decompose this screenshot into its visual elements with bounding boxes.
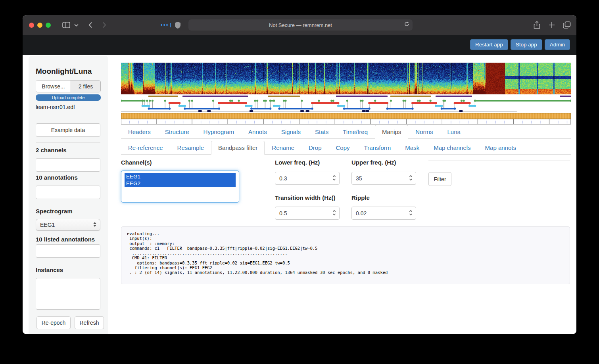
- subtab-drop[interactable]: Drop: [301, 141, 329, 155]
- app-title: Moonlight/Luna: [36, 67, 92, 76]
- tab-manips[interactable]: Manips: [375, 125, 408, 139]
- sidebar-toggle-icon[interactable]: [62, 15, 70, 35]
- minimize-window-icon[interactable]: [37, 23, 42, 28]
- number-stepper-icon[interactable]: [332, 174, 336, 182]
- subtab-transform[interactable]: Transform: [357, 141, 398, 155]
- manips-subtabbar: Re-referenceResampleBandpass filterRenam…: [121, 141, 571, 155]
- subtab-resample[interactable]: Resample: [170, 141, 211, 155]
- lower-freq-input[interactable]: 0.3: [275, 172, 340, 185]
- zoom-window-icon[interactable]: [46, 23, 51, 28]
- filter-button[interactable]: Filter: [428, 172, 451, 186]
- close-window-icon[interactable]: [29, 23, 34, 28]
- annotations-select-input[interactable]: [36, 186, 100, 199]
- subtab-mask[interactable]: Mask: [398, 141, 426, 155]
- address-bar-text: Not Secure — remnrem.net: [269, 22, 332, 28]
- annotation-bar-brown[interactable]: [390, 96, 431, 97]
- files-count-label: 2 files: [71, 80, 100, 92]
- number-stepper-icon[interactable]: [409, 174, 413, 182]
- subtab-map-annots[interactable]: Map annots: [478, 141, 523, 155]
- spectrogram-channel-select[interactable]: EEG1: [36, 219, 100, 231]
- annotation-bar-purple[interactable]: [182, 96, 248, 97]
- privacy-shield-icon[interactable]: [175, 15, 181, 35]
- file-upload-control[interactable]: Browse... 2 files: [36, 80, 101, 92]
- restart-app-button[interactable]: Restart app: [470, 39, 508, 50]
- ripple-input[interactable]: 0.02: [351, 207, 416, 220]
- page-content: Moonlight/Luna Browse... 2 files Upload …: [23, 55, 576, 334]
- share-icon[interactable]: [534, 15, 540, 35]
- channels-field-label: Channel(s): [121, 159, 152, 166]
- tab-stats[interactable]: Stats: [308, 125, 336, 139]
- command-output-console: evaluating... input(s): output : :memory…: [121, 226, 570, 284]
- channel-option-eeg2[interactable]: EEG2: [125, 180, 236, 187]
- subtab-bandpass-filter[interactable]: Bandpass filter: [211, 141, 265, 155]
- browser-window: Not Secure — remnrem.net Restart app Sto…: [23, 15, 576, 334]
- new-tab-icon[interactable]: [549, 15, 555, 35]
- tab-overview-icon[interactable]: [563, 15, 571, 35]
- stop-app-button[interactable]: Stop app: [511, 39, 542, 50]
- browser-chrome: Not Secure — remnrem.net: [23, 15, 576, 35]
- listed-annotations-input[interactable]: [36, 244, 100, 258]
- listed-annotations-label: 10 listed annotations: [36, 236, 95, 243]
- forward-icon[interactable]: [102, 15, 106, 35]
- sidebar-divider: [36, 142, 100, 143]
- annotation-bar-purple[interactable]: [560, 96, 571, 97]
- form-divider: [428, 160, 570, 161]
- transition-width-label: Transition width (Hz(): [275, 194, 335, 201]
- select-stepper-icon: [93, 222, 96, 227]
- chevron-down-icon[interactable]: [74, 15, 79, 35]
- subtab-copy[interactable]: Copy: [329, 141, 357, 155]
- reload-icon[interactable]: [404, 21, 409, 28]
- tab-structure[interactable]: Structure: [158, 125, 196, 139]
- upper-freq-label: Upper freq. (Hz): [351, 159, 396, 166]
- upload-status-text: Upload complete: [52, 95, 85, 100]
- main-panel: HeadersStructureHypnogramAnnotsSignalsSt…: [121, 55, 571, 334]
- instances-label: Instances: [36, 266, 63, 273]
- annotation-interval-track[interactable]: [121, 96, 571, 98]
- transition-width-value: 0.5: [279, 210, 287, 216]
- subtab-map-channels[interactable]: Map channels: [426, 141, 478, 155]
- ripple-value: 0.02: [356, 210, 367, 216]
- annotations-count-label: 10 annotations: [36, 174, 78, 181]
- address-bar[interactable]: Not Secure — remnrem.net: [188, 19, 413, 31]
- annotation-bar-purple[interactable]: [436, 96, 472, 97]
- number-stepper-icon[interactable]: [332, 209, 336, 217]
- ripple-label: Ripple: [351, 194, 370, 201]
- upper-freq-input[interactable]: 35: [351, 172, 416, 185]
- browse-button[interactable]: Browse...: [36, 80, 71, 92]
- channels-select-input[interactable]: [36, 158, 100, 172]
- transition-width-input[interactable]: 0.5: [275, 207, 340, 220]
- time-ruler[interactable]: [121, 119, 571, 125]
- sidebar: Moonlight/Luna Browse... 2 files Upload …: [29, 56, 108, 334]
- tab-group-dots-icon[interactable]: [161, 15, 171, 35]
- example-data-button[interactable]: Example data: [36, 123, 100, 137]
- tab-headers[interactable]: Headers: [121, 125, 158, 139]
- subtab-rename[interactable]: Rename: [265, 141, 301, 155]
- spectrogram-image[interactable]: [121, 63, 571, 94]
- app-header: Restart app Stop app Admin: [23, 35, 576, 55]
- back-icon[interactable]: [88, 15, 92, 35]
- tab-hypnogram[interactable]: Hypnogram: [196, 125, 242, 139]
- annotation-bar-brown[interactable]: [148, 96, 178, 97]
- tab-signals[interactable]: Signals: [274, 125, 308, 139]
- annotation-bar-purple[interactable]: [336, 96, 388, 97]
- number-stepper-icon[interactable]: [409, 209, 413, 217]
- admin-button[interactable]: Admin: [545, 39, 570, 50]
- annotation-bar-brown[interactable]: [268, 96, 300, 97]
- main-tabbar: HeadersStructureHypnogramAnnotsSignalsSt…: [121, 125, 571, 139]
- epoch-mask-strip[interactable]: [121, 113, 571, 119]
- refresh-button[interactable]: Refresh: [75, 316, 104, 329]
- tab-time-freq[interactable]: Time/freq: [336, 125, 375, 139]
- subtab-re-reference[interactable]: Re-reference: [121, 141, 170, 155]
- lower-freq-label: Lower freq. (Hz): [275, 159, 320, 166]
- hypnogram-track[interactable]: [121, 98, 571, 113]
- instances-listbox[interactable]: [36, 278, 100, 310]
- lower-freq-value: 0.3: [279, 175, 287, 182]
- tab-norms[interactable]: Norms: [408, 125, 440, 139]
- tab-luna[interactable]: Luna: [440, 125, 468, 139]
- tab-annots[interactable]: Annots: [241, 125, 274, 139]
- traffic-lights[interactable]: [29, 23, 51, 28]
- channel-listbox[interactable]: EEG1EEG2: [121, 171, 239, 203]
- console-text: evaluating... input(s): output : :memory…: [127, 231, 564, 275]
- re-epoch-button[interactable]: Re-epoch: [36, 316, 71, 329]
- channel-option-eeg1[interactable]: EEG1: [125, 173, 236, 180]
